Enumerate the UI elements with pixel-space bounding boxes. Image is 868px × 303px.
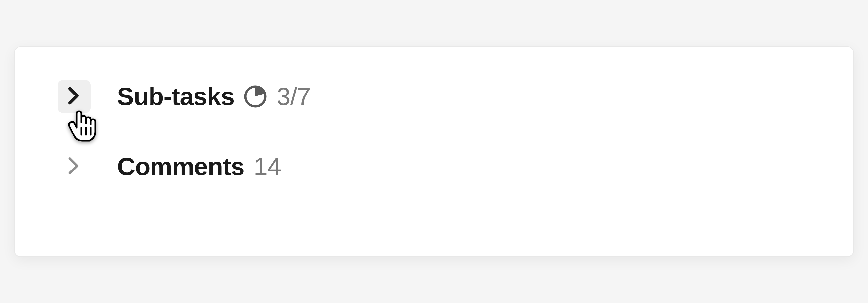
comments-section: Comments 14	[58, 150, 810, 200]
comments-title: Comments	[117, 152, 244, 181]
subtasks-section: Sub-tasks 3/7	[58, 80, 810, 130]
chevron-right-icon	[68, 87, 81, 106]
subtasks-expand-toggle[interactable]	[58, 80, 91, 113]
subtasks-header[interactable]: Sub-tasks 3/7	[117, 82, 311, 111]
comments-expand-toggle[interactable]	[58, 150, 91, 183]
comments-count: 14	[254, 152, 281, 181]
comments-header[interactable]: Comments 14	[117, 152, 281, 181]
chevron-right-icon	[68, 157, 81, 176]
subtasks-count: 3/7	[277, 82, 311, 111]
panel-card: Sub-tasks 3/7 Comments 14	[14, 46, 854, 257]
progress-pie-icon	[244, 85, 267, 108]
subtasks-title: Sub-tasks	[117, 82, 234, 111]
